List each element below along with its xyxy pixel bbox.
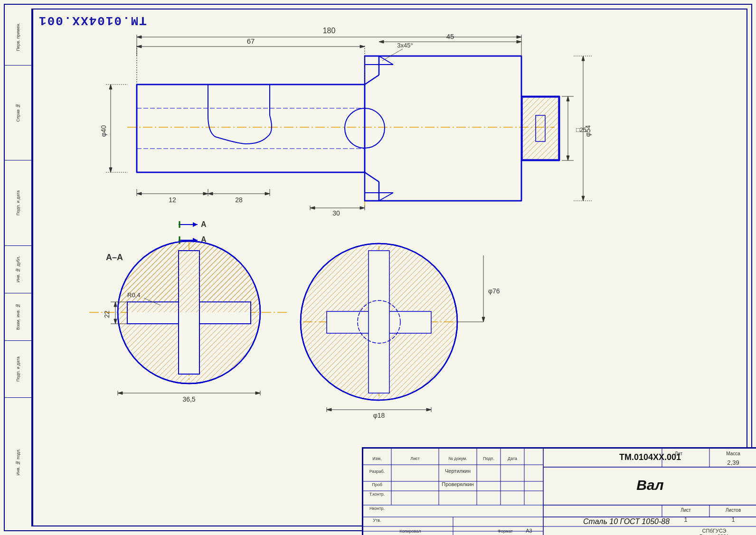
svg-marker-84 — [265, 192, 270, 195]
sidebar-vzam: Взам. инв. № — [4, 293, 32, 341]
svg-marker-67 — [582, 196, 585, 201]
svg-text:Разраб.: Разраб. — [369, 469, 385, 474]
svg-text:45: 45 — [446, 32, 454, 40]
sidebar-inv-podl: Инв. № подл. — [4, 398, 32, 526]
svg-marker-54 — [379, 40, 384, 43]
svg-text:180: 180 — [323, 27, 336, 35]
svg-rect-9 — [365, 56, 521, 201]
svg-marker-110 — [114, 302, 117, 307]
svg-line-52 — [382, 49, 403, 61]
svg-line-27 — [365, 75, 379, 84]
svg-line-12 — [379, 56, 393, 65]
sidebar-podp2: Подп. и дата — [4, 341, 32, 398]
svg-marker-43 — [517, 36, 521, 38]
svg-rect-135 — [363, 448, 756, 535]
svg-marker-66 — [582, 56, 585, 61]
svg-text:Листов: Листов — [726, 507, 741, 513]
svg-marker-127 — [482, 317, 485, 322]
svg-rect-36 — [522, 97, 558, 160]
svg-text:12: 12 — [169, 196, 176, 204]
sidebar-sprav: Справ № — [4, 66, 32, 160]
svg-marker-78 — [137, 192, 142, 195]
svg-marker-73 — [567, 156, 569, 160]
svg-text:Дата: Дата — [508, 456, 517, 461]
svg-text:φ40: φ40 — [100, 125, 107, 137]
main-drawing: 180 67 3х45° 45 φ40 — [32, 9, 747, 441]
svg-text:Утв.: Утв. — [373, 518, 381, 523]
svg-text:3х45°: 3х45° — [397, 42, 413, 49]
svg-text:Проверялкин: Проверялкин — [442, 481, 473, 487]
sidebar-inv-dubl: Инв. № дубл. — [4, 246, 32, 293]
sidebar-perv: Перв. примен. — [4, 9, 32, 66]
svg-text:Т.контр.: Т.контр. — [369, 492, 385, 497]
svg-text:Проб: Проб — [372, 482, 382, 487]
svg-marker-90 — [360, 206, 365, 209]
svg-line-14 — [379, 193, 393, 201]
svg-rect-8 — [137, 84, 365, 172]
svg-text:Лист: Лист — [680, 507, 691, 513]
svg-marker-61 — [109, 168, 112, 172]
svg-text:Вал: Вал — [636, 477, 664, 493]
svg-text:ТМ.0104ХХ.001: ТМ.0104ХХ.001 — [619, 452, 681, 462]
svg-text:□25: □25 — [576, 126, 586, 133]
svg-marker-111 — [114, 319, 117, 324]
page: Перв. примен. Справ № Подп. и дата Инв. … — [0, 0, 756, 535]
svg-text:1: 1 — [732, 516, 735, 523]
title-block-svg: Лит Масса Масштаб 2,39 1:1 ТМ.0104ХХ.001… — [363, 448, 756, 535]
svg-marker-93 — [193, 222, 198, 227]
svg-marker-116 — [118, 392, 123, 394]
svg-text:№ докум.: № докум. — [448, 456, 467, 461]
svg-marker-89 — [310, 206, 315, 209]
svg-text:67: 67 — [247, 37, 255, 45]
svg-text:Сталь 10 ГОСТ 1050-88: Сталь 10 ГОСТ 1050-88 — [583, 517, 670, 526]
svg-text:28: 28 — [235, 196, 243, 204]
svg-text:Подп.: Подп. — [483, 456, 494, 461]
svg-marker-83 — [208, 192, 213, 195]
svg-text:А3: А3 — [526, 528, 532, 534]
svg-text:1: 1 — [684, 516, 688, 523]
svg-text:36,5: 36,5 — [182, 395, 195, 403]
svg-marker-133 — [426, 408, 431, 411]
svg-text:φ76: φ76 — [488, 287, 500, 295]
svg-text:СПбГУСЭ: СПбГУСЭ — [702, 528, 727, 534]
svg-marker-55 — [517, 40, 521, 43]
svg-text:Чертилкин: Чертилкин — [445, 468, 471, 474]
svg-text:Изм.: Изм. — [372, 456, 381, 461]
sidebar-podp1: Подп. и дата — [4, 160, 32, 246]
svg-marker-49 — [360, 45, 365, 48]
svg-text:Нконтр.: Нконтр. — [369, 506, 385, 511]
svg-marker-72 — [567, 96, 569, 101]
title-block: Лит Масса Масштаб 2,39 1:1 ТМ.0104ХХ.001… — [362, 447, 756, 535]
svg-line-28 — [365, 172, 379, 182]
svg-marker-42 — [137, 36, 142, 38]
svg-text:Масса: Масса — [726, 451, 740, 456]
svg-text:2,39: 2,39 — [727, 459, 739, 466]
svg-text:A: A — [201, 220, 207, 228]
svg-marker-117 — [255, 392, 260, 394]
svg-marker-60 — [109, 84, 112, 89]
svg-text:30: 30 — [332, 209, 340, 217]
svg-marker-132 — [327, 408, 331, 411]
left-sidebar: Перв. примен. Справ № Подп. и дата Инв. … — [4, 9, 32, 526]
svg-text:А–А: А–А — [106, 253, 123, 262]
svg-marker-48 — [137, 45, 142, 48]
svg-text:φ18: φ18 — [373, 412, 385, 419]
svg-text:R0,4: R0,4 — [127, 291, 140, 299]
svg-text:22: 22 — [103, 310, 111, 318]
svg-rect-122 — [369, 251, 389, 393]
svg-text:Лист: Лист — [410, 456, 420, 461]
